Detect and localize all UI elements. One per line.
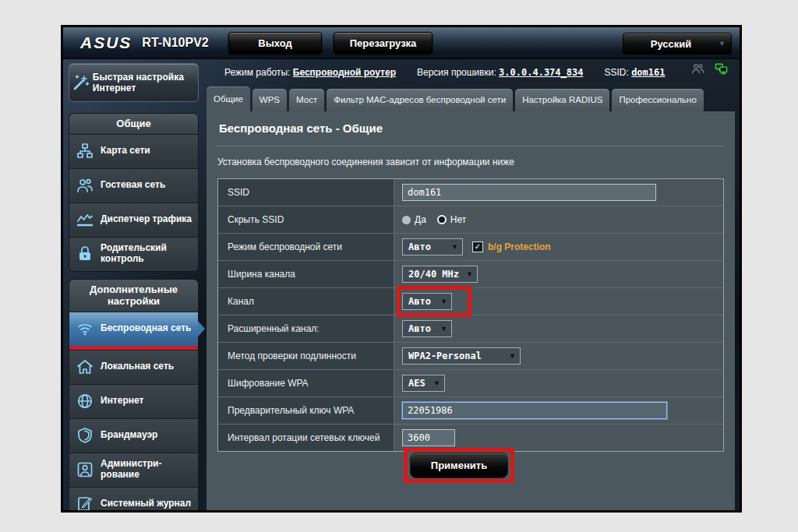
chevron-down-icon: ▼ — [436, 298, 451, 305]
wifi-icon — [69, 319, 101, 338]
ssid-link[interactable]: dom161 — [631, 67, 665, 78]
setting-row-channel-width: Ширина канала20/40 MHz▼ — [218, 260, 723, 287]
channel-width-select[interactable]: 20/40 MHz▼ — [402, 266, 478, 283]
admin-user-icon — [69, 460, 101, 479]
field-value: Авто▼ — [394, 288, 723, 315]
field-value: 20/40 MHz▼ — [394, 261, 723, 287]
router-model: RT-N10PV2 — [142, 36, 208, 50]
system-log-icon — [69, 495, 101, 513]
wpa-key-input[interactable] — [402, 402, 667, 419]
wpa-encryption-select[interactable]: AES▼ — [402, 375, 445, 392]
sidebar-item-network-map[interactable]: Карта сети — [69, 134, 198, 168]
firmware-link[interactable]: 3.0.0.4.374_834 — [499, 67, 583, 78]
field-label: Предварительный ключ WPA — [218, 397, 394, 424]
firmware-version: Версия прошивки: 3.0.0.4.374_834 — [417, 67, 583, 78]
reboot-button[interactable]: Перезагрузка — [334, 32, 433, 54]
sidebar-item-label: Беспроводная сеть — [101, 320, 192, 337]
sidebar-section-title: Дополнительные настройки — [69, 280, 198, 312]
hide-ssid-radio-selected[interactable] — [437, 215, 447, 224]
field-label: Интервал ротации сетевых ключей — [218, 425, 394, 451]
firmware-label: Версия прошивки: — [417, 67, 496, 78]
sidebar-item-label: Диспетчер трафика — [101, 211, 193, 228]
sidebar-item-system-log[interactable]: Системный журнал — [69, 487, 198, 513]
tab-professional[interactable]: Профессионально — [612, 89, 703, 111]
sidebar-item-traffic-manager[interactable]: Диспетчер трафика — [69, 203, 198, 237]
status-bar: Режим работы: Беспроводной роутер Версия… — [224, 58, 687, 86]
field-label: Расширенный канал: — [218, 315, 394, 342]
setting-row-auth-method: Метод проверки подлинностиWPA2-Personal▼ — [218, 342, 723, 369]
chevron-down-icon: ▼ — [447, 243, 462, 251]
setting-row-wpa-key: Предварительный ключ WPA — [218, 396, 723, 424]
sidebar-item-label: Интернет — [101, 393, 145, 410]
top-bar: ASUS RT-N10PV2 Выход Перезагрузка Русски… — [63, 27, 740, 59]
home-icon — [69, 358, 101, 376]
select-value: WPA2-Personal — [403, 351, 505, 361]
logout-button[interactable]: Выход — [228, 32, 322, 54]
page-description: Установка беспроводного соединения завис… — [217, 157, 514, 167]
field-value — [394, 425, 723, 451]
screenshot-stage: ASUS RT-N10PV2 Выход Перезагрузка Русски… — [0, 0, 798, 532]
tab-general[interactable]: Общие — [207, 86, 250, 111]
tab-radius[interactable]: Настройка RADIUS — [515, 89, 609, 111]
sidebar-item-administration[interactable]: Администри-рование — [69, 453, 198, 487]
sidebar-sections: ОбщиеКарта сетиГостевая сетьДиспетчер тр… — [69, 113, 199, 513]
sidebar-item-guest-network[interactable]: Гостевая сеть — [69, 168, 198, 203]
tab-wps[interactable]: WPS — [252, 89, 287, 111]
field-label: Канал — [218, 288, 394, 315]
field-label: Режим беспроводной сети — [218, 234, 394, 260]
sidebar-item-label: Локальная сеть — [101, 358, 175, 375]
chevron-down-icon: ▼ — [719, 40, 726, 48]
network-map-icon — [69, 142, 101, 160]
setting-row-ssid: SSID — [218, 179, 723, 206]
language-select[interactable]: Русский ▼ — [623, 33, 732, 55]
wireless-mode-checkbox[interactable]: ✓ — [472, 241, 483, 252]
sidebar-section-title: Общие — [69, 114, 198, 134]
chevron-down-icon: ▼ — [505, 352, 520, 360]
quick-setup-button[interactable]: Быстрая настройка Интернет — [69, 63, 199, 102]
mode-link[interactable]: Беспроводной роутер — [293, 67, 396, 78]
setting-row-wpa-encryption: Шифрование WPAAES▼ — [218, 369, 723, 396]
select-value: Авто — [403, 323, 436, 334]
sidebar-item-firewall[interactable]: Брандмауэр — [69, 418, 198, 453]
tab-bar: ОбщиеWPSМостФильтр MAC-адресов беспровод… — [207, 86, 704, 111]
network-clients-icon[interactable] — [714, 62, 729, 76]
sidebar-item-label: Гостевая сеть — [101, 177, 167, 194]
ssid-status: SSID: dom161 — [604, 67, 665, 78]
select-value: Авто — [403, 296, 436, 307]
sidebar-item-label: Администри-рование — [101, 456, 198, 484]
field-value: ДаНет — [394, 206, 723, 233]
channel-select[interactable]: Авто▼ — [402, 293, 452, 310]
sidebar-section: Дополнительные настройкиБеспроводная сет… — [69, 279, 199, 513]
ssid-input[interactable] — [402, 184, 656, 201]
apply-button[interactable]: Применить — [410, 453, 508, 478]
operation-mode: Режим работы: Беспроводной роутер — [224, 67, 396, 78]
sidebar-item-lan[interactable]: Локальная сеть — [69, 350, 198, 384]
field-label: Метод проверки подлинности — [218, 343, 394, 369]
auth-method-select[interactable]: WPA2-Personal▼ — [402, 347, 521, 365]
sidebar-item-wan[interactable]: Интернет — [69, 384, 198, 418]
sidebar-item-label: Родительский контроль — [101, 240, 198, 268]
field-value: Авто▼✓b/g Protection — [394, 234, 723, 260]
parental-lock-icon — [69, 245, 101, 263]
hide-ssid-radio-option[interactable] — [402, 216, 411, 224]
tab-mac-filter[interactable]: Фильтр MAC-адресов беспроводной сети — [327, 89, 513, 111]
sidebar-item-parental-control[interactable]: Родительский контроль — [69, 237, 198, 271]
select-value: 20/40 MHz — [403, 269, 462, 280]
users-icon[interactable] — [690, 62, 705, 76]
select-value: Авто — [403, 241, 447, 252]
setting-row-extension-channel: Расширенный канал:Авто▼ — [218, 315, 723, 342]
sidebar-item-label: Карта сети — [101, 143, 152, 160]
sidebar-item-wireless[interactable]: Беспроводная сеть — [69, 312, 198, 346]
setting-row-key-rotation: Интервал ротации сетевых ключей — [218, 424, 723, 451]
tab-bridge[interactable]: Мост — [289, 89, 324, 111]
setting-row-channel: КаналАвто▼ — [218, 287, 723, 315]
traffic-chart-icon — [69, 210, 101, 229]
field-value: AES▼ — [394, 370, 723, 396]
title-divider — [216, 146, 724, 146]
wireless-mode-select[interactable]: Авто▼ — [402, 238, 463, 255]
key-rotation-input[interactable] — [402, 429, 455, 446]
magic-wand-icon — [69, 73, 93, 92]
ssid-label: SSID: — [604, 67, 628, 78]
wireless-settings-table: SSIDСкрыть SSIDДаНетРежим беспроводной с… — [217, 178, 724, 452]
extension-channel-select[interactable]: Авто▼ — [402, 320, 452, 337]
